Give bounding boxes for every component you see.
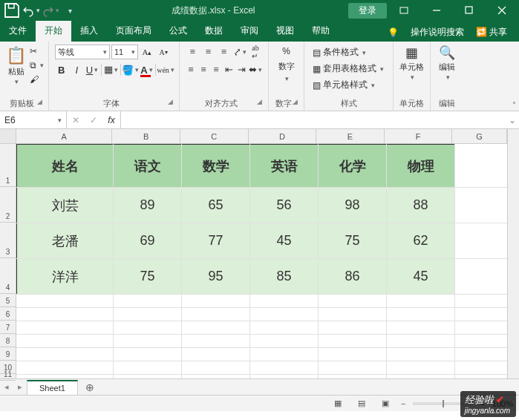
table-cell[interactable]: 75 bbox=[114, 259, 182, 295]
table-cell[interactable]: 老潘 bbox=[17, 223, 114, 259]
row-header-9[interactable]: 9 bbox=[0, 347, 16, 361]
formula-input[interactable] bbox=[121, 111, 506, 128]
share-button[interactable]: 🔁 共享 bbox=[471, 23, 512, 42]
align-right-button[interactable]: ≡ bbox=[211, 62, 221, 77]
table-cell[interactable]: 75 bbox=[319, 223, 387, 259]
row-header-4[interactable]: 4 bbox=[0, 258, 16, 294]
cut-button[interactable]: ✂ bbox=[27, 45, 46, 58]
fill-color-button[interactable]: 🪣▾ bbox=[123, 62, 138, 77]
tab-layout[interactable]: 页面布局 bbox=[107, 21, 160, 42]
name-box[interactable]: E6▾ bbox=[0, 111, 67, 128]
italic-button[interactable]: I bbox=[71, 62, 84, 77]
row-header-1[interactable]: 1 bbox=[0, 144, 16, 187]
phonetic-button[interactable]: wén▾ bbox=[158, 62, 173, 77]
add-sheet-button[interactable]: ⊕ bbox=[78, 381, 102, 393]
table-cell[interactable]: 45 bbox=[250, 223, 319, 259]
copy-button[interactable]: ⧉▾ bbox=[27, 59, 46, 72]
table-cell[interactable]: 89 bbox=[114, 188, 182, 223]
font-name-select[interactable]: 等线▾ bbox=[55, 45, 110, 59]
border-button[interactable]: ▦▾ bbox=[104, 62, 118, 77]
cell-style-button[interactable]: ▧ 单元格样式▾ bbox=[310, 77, 387, 93]
row-header-6[interactable]: 6 bbox=[0, 307, 16, 321]
table-cell[interactable]: 88 bbox=[387, 188, 455, 223]
row-header-5[interactable]: 5 bbox=[0, 294, 16, 307]
increase-font-button[interactable]: A▴ bbox=[140, 45, 154, 59]
decrease-font-button[interactable]: A▾ bbox=[156, 45, 171, 59]
row-header-8[interactable]: 8 bbox=[0, 334, 16, 347]
format-painter-button[interactable]: 🖌 bbox=[27, 73, 46, 86]
minimize-button[interactable] bbox=[421, 0, 452, 21]
table-header[interactable]: 英语 bbox=[250, 145, 319, 188]
ribbon-options-button[interactable] bbox=[388, 0, 420, 21]
select-all-button[interactable] bbox=[0, 129, 16, 144]
table-cell[interactable]: 刘芸 bbox=[17, 188, 114, 223]
align-middle-button[interactable]: ≡ bbox=[201, 45, 215, 59]
align-left-button[interactable]: ≡ bbox=[186, 62, 196, 77]
row-header-11[interactable]: 11 bbox=[0, 374, 16, 381]
expand-formula-bar[interactable]: ⌄ bbox=[506, 111, 519, 128]
conditional-format-button[interactable]: ▤ 条件格式▾ bbox=[310, 45, 387, 60]
font-color-button[interactable]: A▾ bbox=[140, 62, 154, 77]
page-layout-view-button[interactable]: ▤ bbox=[353, 397, 370, 410]
paste-button[interactable]: 📋 bbox=[6, 46, 26, 65]
save-button[interactable] bbox=[3, 1, 21, 19]
tab-formula[interactable]: 公式 bbox=[160, 21, 196, 42]
table-header[interactable]: 化学 bbox=[319, 145, 387, 188]
row-header-7[interactable]: 7 bbox=[0, 321, 16, 334]
decrease-indent-button[interactable]: ⇤ bbox=[223, 62, 234, 77]
col-header-E[interactable]: E bbox=[316, 129, 385, 143]
tab-data[interactable]: 数据 bbox=[196, 21, 232, 42]
tab-home[interactable]: 开始 bbox=[36, 21, 71, 42]
row-header-2[interactable]: 2 bbox=[0, 187, 16, 223]
increase-indent-button[interactable]: ⇥ bbox=[236, 62, 247, 77]
table-cell[interactable]: 56 bbox=[250, 188, 319, 223]
merge-button[interactable]: ⬌▾ bbox=[249, 62, 262, 77]
sheet-tab[interactable]: Sheet1 bbox=[27, 380, 78, 396]
table-cell[interactable]: 85 bbox=[250, 259, 319, 295]
table-cell[interactable]: 洋洋 bbox=[17, 259, 114, 295]
undo-button[interactable]: ▾ bbox=[22, 1, 40, 19]
bold-button[interactable]: B bbox=[55, 62, 68, 77]
qat-customize[interactable]: ▾ bbox=[61, 1, 79, 19]
login-button[interactable]: 登录 bbox=[348, 3, 387, 19]
orientation-button[interactable]: ⤤▾ bbox=[233, 45, 247, 59]
tab-view[interactable]: 视图 bbox=[267, 21, 303, 42]
page-break-view-button[interactable]: ▣ bbox=[377, 397, 394, 410]
fx-icon[interactable]: fx bbox=[102, 115, 120, 125]
table-format-button[interactable]: ▦ 套用表格格式▾ bbox=[310, 61, 387, 76]
table-cell[interactable]: 77 bbox=[182, 223, 250, 259]
table-header[interactable]: 姓名 bbox=[17, 145, 114, 188]
table-header[interactable]: 语文 bbox=[114, 145, 182, 188]
number-format-button[interactable]: % bbox=[280, 45, 293, 58]
tab-file[interactable]: 文件 bbox=[0, 21, 36, 42]
table-cell[interactable]: 62 bbox=[387, 223, 455, 259]
vertical-scrollbar[interactable] bbox=[507, 129, 519, 378]
font-size-select[interactable]: 11▾ bbox=[111, 45, 138, 59]
tab-help[interactable]: 帮助 bbox=[303, 21, 339, 42]
table-cell[interactable]: 69 bbox=[114, 223, 182, 259]
col-header-A[interactable]: A bbox=[16, 129, 112, 143]
cancel-icon[interactable]: ✕ bbox=[67, 115, 85, 125]
align-top-button[interactable]: ≡ bbox=[186, 45, 199, 59]
sheet-nav-next[interactable]: ▸ bbox=[13, 382, 27, 392]
editing-icon[interactable]: 🔍 bbox=[439, 45, 455, 61]
table-cell[interactable]: 95 bbox=[182, 259, 250, 295]
table-cell[interactable]: 86 bbox=[319, 259, 387, 295]
underline-button[interactable]: U▾ bbox=[85, 62, 99, 77]
redo-button[interactable]: ▾ bbox=[42, 1, 59, 19]
normal-view-button[interactable]: ▦ bbox=[330, 397, 346, 410]
col-header-D[interactable]: D bbox=[249, 129, 317, 143]
col-header-F[interactable]: F bbox=[385, 129, 453, 143]
tell-me-icon[interactable]: 💡 bbox=[383, 24, 403, 41]
table-header[interactable]: 物理 bbox=[387, 145, 455, 188]
table-cell[interactable]: 65 bbox=[182, 188, 250, 223]
cells-icon[interactable]: ▦ bbox=[405, 45, 418, 61]
table-cell[interactable]: 98 bbox=[319, 188, 387, 223]
sheet-nav-prev[interactable]: ◂ bbox=[0, 382, 13, 392]
tab-review[interactable]: 审阅 bbox=[232, 21, 267, 42]
zoom-out-button[interactable]: − bbox=[401, 399, 405, 408]
col-header-C[interactable]: C bbox=[180, 129, 249, 143]
tell-me-search[interactable]: 操作说明搜索 bbox=[408, 24, 467, 40]
col-header-G[interactable]: G bbox=[452, 129, 507, 143]
table-header[interactable]: 数学 bbox=[182, 145, 250, 188]
